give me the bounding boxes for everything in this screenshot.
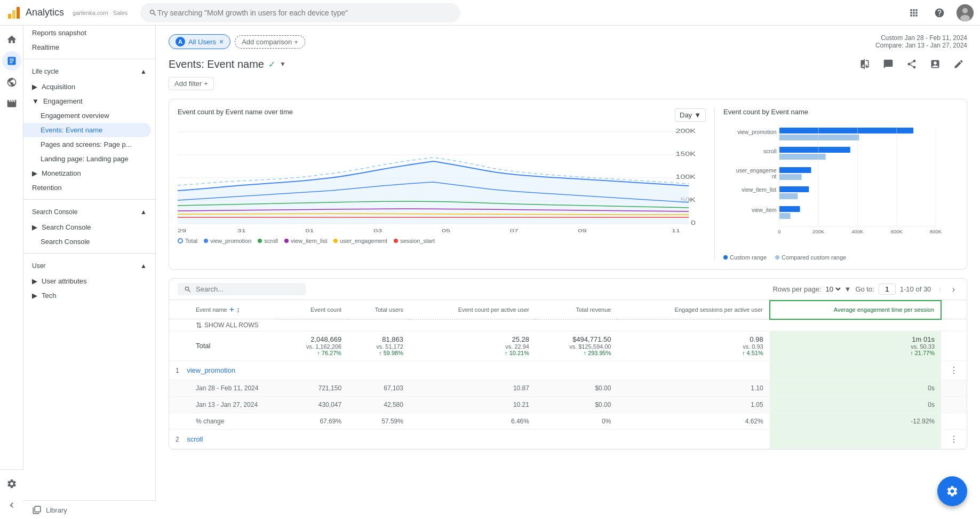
- sidebar-retention[interactable]: Retention: [23, 180, 151, 195]
- row1-link[interactable]: view_promotion: [187, 366, 235, 374]
- row1-period1-count-active: 10.87: [410, 380, 536, 396]
- next-page-button[interactable]: ›: [949, 284, 958, 295]
- row1-period1-avg: 0s: [770, 380, 941, 396]
- analytics-logo-icon: [6, 5, 21, 20]
- sidebar-monetization-group[interactable]: ▶ Monetization: [23, 166, 155, 180]
- settings-icon: [6, 478, 17, 489]
- svg-text:05: 05: [442, 228, 450, 233]
- rows-per-page-select[interactable]: 10 25 50: [824, 285, 842, 294]
- sidebar-engagement-overview[interactable]: Engagement overview: [23, 108, 151, 123]
- total-avg-engagement-cell: 1m 01s vs. 50.33 ↑ 21.77%: [770, 331, 941, 360]
- nav-advertising-btn[interactable]: [2, 94, 21, 113]
- row1-name-cell: 1 view_promotion: [169, 360, 276, 380]
- row1-period1-engaged: 1.10: [617, 380, 769, 396]
- svg-rect-34: [779, 167, 811, 173]
- svg-rect-2: [17, 7, 20, 19]
- svg-text:Jan: Jan: [178, 233, 190, 233]
- sidebar-realtime[interactable]: Realtime: [23, 40, 151, 54]
- svg-text:view_item: view_item: [752, 207, 777, 213]
- sidebar-lifecycle-header[interactable]: Life cycle ▲: [23, 64, 155, 80]
- search-input[interactable]: [157, 9, 452, 17]
- table-search[interactable]: [178, 283, 306, 295]
- legend-view-item-list-dot: [284, 239, 289, 243]
- date-range-text[interactable]: Custom Jan 28 - Feb 11, 2024: [875, 34, 967, 42]
- row1-change-users: 57.59%: [348, 413, 410, 429]
- chip-close-icon: ×: [219, 37, 224, 46]
- svg-text:600K: 600K: [891, 229, 903, 234]
- table-search-icon: [184, 286, 192, 293]
- report-title: Events: Event name ✓ ▼: [169, 58, 286, 70]
- help-icon-btn[interactable]: [931, 4, 948, 21]
- collapse-sidebar-btn[interactable]: [2, 496, 21, 515]
- row1-period2-label: Jan 13 - Jan 27, 2024: [169, 396, 276, 413]
- settings-icon-btn[interactable]: [2, 474, 21, 493]
- row1-revenue-empty: [536, 360, 617, 380]
- show-all-rows-button[interactable]: ⇅ SHOW ALL ROWS: [196, 321, 960, 329]
- sidebar-reports-snapshot[interactable]: Reports snapshot: [23, 26, 151, 40]
- sidebar-user-header[interactable]: User ▲: [23, 258, 155, 274]
- svg-text:0: 0: [778, 229, 780, 234]
- compare-columns-icon-btn[interactable]: [856, 56, 873, 73]
- row1-period2-avg: 0s: [770, 396, 941, 413]
- nav-explore-btn[interactable]: [2, 73, 21, 92]
- sidebar-user-attributes-group[interactable]: ▶ User attributes: [23, 274, 155, 288]
- account-text: gartenka.com · Sales: [73, 10, 128, 16]
- edit-icon-btn[interactable]: [950, 56, 967, 73]
- row2-actions: ⋮: [941, 429, 967, 449]
- row1-change-count-active: 6.46%: [410, 413, 536, 429]
- add-comparison-button[interactable]: Add comparison +: [235, 35, 305, 49]
- sidebar-engagement-group[interactable]: ▼ Engagement: [23, 94, 155, 108]
- row1-more-icon[interactable]: ⋮: [947, 366, 960, 375]
- legend-session-start-dot: [394, 239, 398, 243]
- svg-rect-37: [779, 186, 809, 192]
- table-search-input[interactable]: [196, 285, 285, 293]
- sidebar-pages-screens[interactable]: Pages and screens: Page p...: [23, 137, 151, 152]
- apps-icon-btn[interactable]: [905, 4, 922, 21]
- col-avg-engagement: Average engagement time per session: [770, 301, 941, 319]
- report-title-row: Events: Event name ✓ ▼: [169, 56, 967, 73]
- svg-text:0: 0: [691, 220, 696, 226]
- app-logo: Analytics gartenka.com · Sales: [6, 5, 128, 20]
- sidebar-events-event-name[interactable]: Events: Event name: [23, 123, 151, 137]
- sidebar-search-console-item1[interactable]: ▶ Search Console: [23, 220, 155, 234]
- global-search[interactable]: [140, 3, 460, 22]
- bar-legend-compared: Compared custom range: [775, 254, 846, 261]
- sidebar-library[interactable]: Library: [23, 500, 156, 519]
- row2-link[interactable]: scroll: [187, 435, 203, 443]
- row1-period1-label: Jan 28 - Feb 11, 2024: [169, 380, 276, 396]
- chevron-up-icon: ▲: [140, 68, 147, 75]
- row2-more-icon[interactable]: ⋮: [947, 435, 960, 444]
- sidebar-tech-group[interactable]: ▶ Tech: [23, 288, 155, 303]
- all-users-badge: A: [176, 37, 185, 46]
- all-users-chip[interactable]: A All Users ×: [169, 34, 230, 49]
- nav-home-btn[interactable]: [2, 30, 21, 49]
- day-dropdown-icon: ▼: [694, 111, 701, 119]
- add-filter-button[interactable]: Add filter +: [169, 77, 214, 90]
- sidebar-search-console-header[interactable]: Search Console ▲: [23, 204, 155, 220]
- bar-legend-compared-dot: [775, 255, 779, 260]
- sidebar-landing-page[interactable]: Landing page: Landing page: [23, 152, 151, 166]
- fab-settings-button[interactable]: [937, 476, 967, 506]
- svg-rect-30: [779, 147, 850, 153]
- sidebar-search-console-item2[interactable]: Search Console: [23, 234, 151, 249]
- nav-reports-btn[interactable]: [2, 51, 21, 70]
- sidebar-acquisition-group[interactable]: ▶ Acquisition: [23, 80, 155, 94]
- insights-icon-btn[interactable]: [927, 56, 944, 73]
- arrow-down-icon: ▼: [32, 97, 39, 105]
- goto-input[interactable]: [879, 284, 896, 295]
- share-icon-btn[interactable]: [903, 56, 920, 73]
- title-dropdown-icon[interactable]: ▼: [280, 60, 286, 68]
- page-header-left: A All Users × Add comparison +: [169, 34, 305, 49]
- user-avatar[interactable]: [957, 4, 974, 21]
- svg-rect-31: [779, 154, 826, 160]
- day-selector[interactable]: Day ▼: [675, 108, 706, 122]
- annotation-icon-btn[interactable]: [880, 56, 897, 73]
- prev-page-button[interactable]: ‹: [935, 284, 944, 295]
- add-column-icon[interactable]: +: [229, 305, 234, 314]
- svg-text:150K: 150K: [676, 151, 696, 157]
- table-toolbar: Rows per page: 10 25 50 ▼ Go to: 1-10 of…: [169, 279, 967, 300]
- sort-arrow-icon[interactable]: ↕: [236, 305, 240, 314]
- show-all-rows-row: ⇅ SHOW ALL ROWS: [169, 319, 967, 331]
- svg-text:view_item_list: view_item_list: [742, 187, 776, 193]
- table-area: Rows per page: 10 25 50 ▼ Go to: 1-10 of…: [169, 278, 967, 450]
